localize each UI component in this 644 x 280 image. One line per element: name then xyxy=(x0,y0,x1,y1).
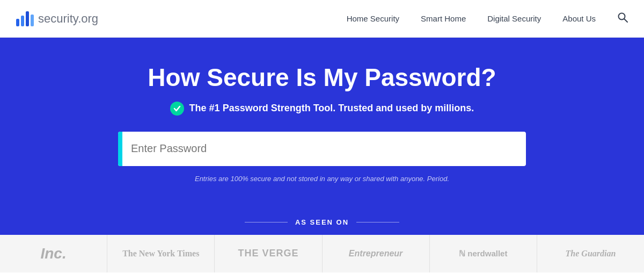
input-accent-bar xyxy=(118,132,122,166)
logo-name: security xyxy=(38,12,78,25)
logo[interactable]: security.org xyxy=(16,11,98,26)
press-logo-nerdwallet: ℕ nerdwallet xyxy=(430,235,537,272)
press-logo-verge: THE VERGE xyxy=(215,235,322,272)
hero-subtitle: The #1 Password Strength Tool. Trusted a… xyxy=(170,102,474,116)
nav-home-security[interactable]: Home Security xyxy=(347,14,399,23)
logo-bar-3 xyxy=(26,11,29,26)
inc-logo: Inc. xyxy=(40,245,66,262)
press-logos-strip: Inc. The New York Times THE VERGE Entrep… xyxy=(0,235,644,272)
hero-section: How Secure Is My Password? The #1 Passwo… xyxy=(0,38,644,218)
guardian-logo: The Guardian xyxy=(566,249,616,259)
press-logo-inc: Inc. xyxy=(0,235,107,272)
logo-bar-1 xyxy=(16,19,19,26)
hero-title: How Secure Is My Password? xyxy=(148,63,496,92)
svg-line-1 xyxy=(625,19,628,23)
entrepreneur-logo: Entrepreneur xyxy=(349,249,402,259)
logo-bar-2 xyxy=(21,16,24,26)
password-input-wrapper xyxy=(118,132,526,166)
logo-suffix: .org xyxy=(78,12,98,25)
subtitle-text: The #1 Password Strength Tool. Trusted a… xyxy=(189,103,474,114)
security-note: Entries are 100% secure and not stored i… xyxy=(195,175,449,183)
nerdwallet-logo: ℕ nerdwallet xyxy=(459,249,507,259)
verge-logo: THE VERGE xyxy=(238,248,298,259)
nav-digital-security[interactable]: Digital Security xyxy=(487,14,541,23)
label-line-right xyxy=(356,222,399,222)
svg-point-0 xyxy=(619,13,625,20)
search-icon[interactable] xyxy=(617,12,628,25)
main-nav: Home Security Smart Home Digital Securit… xyxy=(347,12,628,25)
check-badge-icon xyxy=(170,102,184,116)
nav-about-us[interactable]: About Us xyxy=(562,14,596,23)
as-seen-on-section: AS SEEN ON Inc. The New York Times THE V… xyxy=(0,218,644,272)
logo-bar-4 xyxy=(31,15,34,26)
press-logo-guardian: The Guardian xyxy=(537,235,644,272)
logo-text: security.org xyxy=(38,12,98,26)
logo-bars-icon xyxy=(16,11,34,26)
password-input[interactable] xyxy=(118,132,526,166)
nav-smart-home[interactable]: Smart Home xyxy=(421,14,466,23)
press-logo-entrepreneur: Entrepreneur xyxy=(323,235,430,272)
nyt-logo: The New York Times xyxy=(122,249,199,259)
press-logo-nyt: The New York Times xyxy=(107,235,215,272)
label-line-left xyxy=(245,222,288,222)
header: security.org Home Security Smart Home Di… xyxy=(0,0,644,38)
as-seen-on-label: AS SEEN ON xyxy=(245,218,399,226)
as-seen-on-text: AS SEEN ON xyxy=(295,218,349,226)
